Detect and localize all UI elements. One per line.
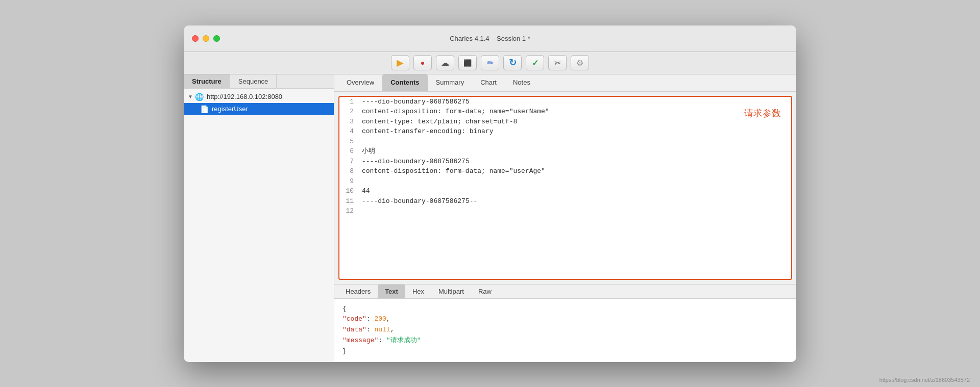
line-number: 7 bbox=[339, 157, 358, 167]
line-content: content-transfer-encoding: binary bbox=[358, 126, 791, 137]
tab-contents[interactable]: Contents bbox=[382, 74, 427, 91]
sidebar-tabs: Structure Sequence bbox=[184, 74, 334, 89]
table-row: 5 bbox=[339, 137, 791, 147]
window-title: Charles 4.1.4 – Session 1 * bbox=[450, 35, 530, 42]
line-number: 12 bbox=[339, 206, 358, 216]
traffic-lights bbox=[192, 35, 220, 42]
line-number: 5 bbox=[339, 137, 358, 147]
line-number: 11 bbox=[339, 196, 358, 207]
tab-headers[interactable]: Headers bbox=[338, 285, 378, 298]
main-window: Charles 4.1.4 – Session 1 * ▶ ● ☁ ⬛ ✏ ↻ … bbox=[184, 25, 796, 362]
table-row: 12 bbox=[339, 206, 791, 216]
maximize-button[interactable] bbox=[213, 35, 220, 42]
table-row: 4content-transfer-encoding: binary bbox=[339, 126, 791, 137]
line-content bbox=[358, 176, 791, 187]
json-message-line: "message": "请求成功" bbox=[342, 336, 788, 346]
globe-icon: 🌐 bbox=[195, 93, 204, 101]
toolbar: ▶ ● ☁ ⬛ ✏ ↻ ✓ ✂ ⚙ bbox=[184, 52, 796, 74]
line-content: ----dio-boundary-0687586275 bbox=[358, 157, 791, 167]
table-row: 11----dio-boundary-0687586275-- bbox=[339, 196, 791, 207]
stop-btn[interactable]: ⬛ bbox=[458, 55, 477, 70]
line-content: content-disposition: form-data; name="us… bbox=[358, 107, 791, 117]
annotation-label: 请求参数 bbox=[744, 107, 781, 119]
tree-endpoint-item[interactable]: 📄 registerUser bbox=[184, 103, 334, 115]
tab-chart[interactable]: Chart bbox=[472, 74, 505, 91]
bottom-tabs: Headers Text Hex Multipart Raw bbox=[334, 284, 796, 299]
tab-sequence[interactable]: Sequence bbox=[230, 74, 277, 88]
line-number: 1 bbox=[339, 97, 358, 107]
table-row: 9 bbox=[339, 176, 791, 187]
line-number: 10 bbox=[339, 186, 358, 196]
line-number: 6 bbox=[339, 146, 358, 157]
tab-summary[interactable]: Summary bbox=[428, 74, 473, 91]
right-panel: Overview Contents Summary Chart Notes 请求… bbox=[334, 74, 796, 362]
table-row: 6小明 bbox=[339, 146, 791, 157]
tab-hex[interactable]: Hex bbox=[405, 285, 431, 298]
tree-host-item[interactable]: ▼ 🌐 http://192.168.0.102:8080 bbox=[184, 91, 334, 103]
line-content: content-disposition: form-data; name="us… bbox=[358, 166, 791, 176]
table-row: 7----dio-boundary-0687586275 bbox=[339, 157, 791, 167]
sidebar-tree: ▼ 🌐 http://192.168.0.102:8080 📄 register… bbox=[184, 89, 334, 362]
table-row: 3content-type: text/plain; charset=utf-8 bbox=[339, 117, 791, 127]
file-icon: 📄 bbox=[200, 105, 209, 113]
sidebar: Structure Sequence ▼ 🌐 http://192.168.0.… bbox=[184, 74, 334, 362]
request-code-view[interactable]: 请求参数 1----dio-boundary-06875862752conten… bbox=[338, 96, 792, 280]
code-table: 1----dio-boundary-06875862752content-dis… bbox=[339, 97, 791, 216]
table-row: 1044 bbox=[339, 186, 791, 196]
table-row: 8content-disposition: form-data; name="u… bbox=[339, 166, 791, 176]
tab-overview[interactable]: Overview bbox=[338, 74, 382, 91]
gear-btn[interactable]: ⚙ bbox=[571, 55, 589, 70]
tools-btn[interactable]: ✂ bbox=[548, 55, 567, 70]
title-bar: Charles 4.1.4 – Session 1 * bbox=[184, 25, 796, 52]
cloud-btn[interactable]: ☁ bbox=[436, 55, 454, 70]
cursor-btn[interactable]: ▶ bbox=[391, 55, 409, 70]
json-response-view: { "code": 200, "data": null, "message": … bbox=[334, 299, 796, 362]
table-row: 2content-disposition: form-data; name="u… bbox=[339, 107, 791, 117]
tree-expand-arrow: ▼ bbox=[188, 94, 193, 99]
json-code-line: "code": 200, bbox=[342, 314, 788, 325]
line-number: 9 bbox=[339, 176, 358, 187]
watermark: https://blog.csdn.net/z/18603543572 bbox=[879, 377, 970, 383]
line-number: 4 bbox=[339, 126, 358, 137]
json-open-bracket: { bbox=[342, 304, 788, 315]
tab-notes[interactable]: Notes bbox=[505, 74, 538, 91]
host-label: http://192.168.0.102:8080 bbox=[207, 93, 282, 100]
record-btn[interactable]: ● bbox=[413, 55, 432, 70]
check-btn[interactable]: ✓ bbox=[526, 55, 544, 70]
line-content: 小明 bbox=[358, 146, 791, 157]
tab-multipart[interactable]: Multipart bbox=[431, 285, 471, 298]
line-content bbox=[358, 137, 791, 147]
line-content bbox=[358, 206, 791, 216]
line-content: 44 bbox=[358, 186, 791, 196]
json-data-line: "data": null, bbox=[342, 325, 788, 336]
close-button[interactable] bbox=[192, 35, 199, 42]
pencil-btn[interactable]: ✏ bbox=[481, 55, 499, 70]
panel-tabs: Overview Contents Summary Chart Notes bbox=[334, 74, 796, 92]
line-content: ----dio-boundary-0687586275 bbox=[358, 97, 791, 107]
refresh-btn[interactable]: ↻ bbox=[503, 55, 522, 70]
tab-text[interactable]: Text bbox=[378, 285, 405, 298]
request-area: 请求参数 1----dio-boundary-06875862752conten… bbox=[334, 92, 796, 284]
json-close-bracket: } bbox=[342, 346, 788, 357]
line-number: 3 bbox=[339, 117, 358, 127]
line-content: content-type: text/plain; charset=utf-8 bbox=[358, 117, 791, 127]
tab-raw[interactable]: Raw bbox=[471, 285, 499, 298]
line-number: 2 bbox=[339, 107, 358, 117]
minimize-button[interactable] bbox=[203, 35, 209, 42]
line-content: ----dio-boundary-0687586275-- bbox=[358, 196, 791, 207]
endpoint-label: registerUser bbox=[212, 105, 248, 113]
line-number: 8 bbox=[339, 166, 358, 176]
main-content: Structure Sequence ▼ 🌐 http://192.168.0.… bbox=[184, 74, 796, 362]
tab-structure[interactable]: Structure bbox=[184, 74, 230, 88]
table-row: 1----dio-boundary-0687586275 bbox=[339, 97, 791, 107]
